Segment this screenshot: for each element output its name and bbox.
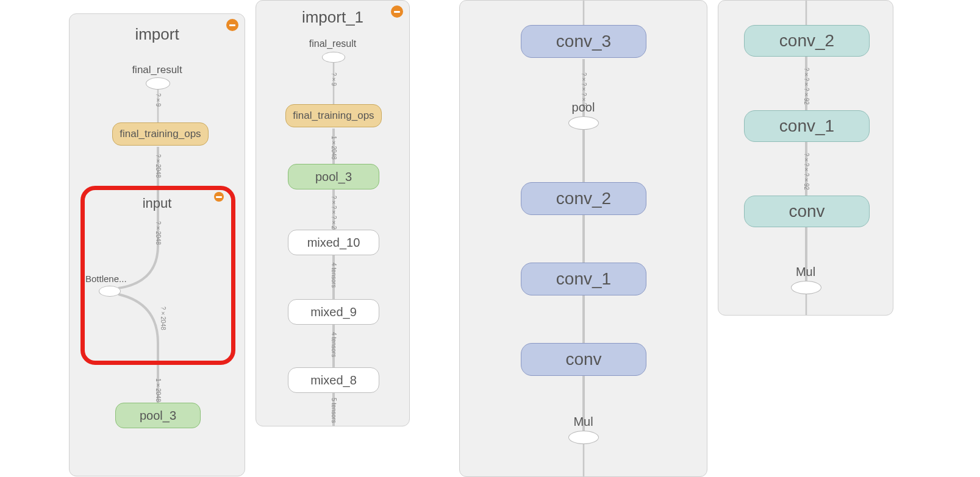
node-conv2[interactable]: conv_2: [744, 25, 870, 57]
node-mixed10[interactable]: mixed_10: [288, 230, 379, 255]
edge-label-2: 1×2048: [331, 136, 337, 160]
node-final-training-ops[interactable]: final_training_ops: [112, 122, 209, 146]
final-result-label: final_result: [256, 38, 409, 49]
final-result-node[interactable]: [322, 52, 345, 63]
node-conv1[interactable]: conv_1: [744, 110, 870, 142]
panel-import[interactable]: import final_result ?×9 final_training_o…: [69, 13, 245, 476]
node-conv1[interactable]: conv_1: [521, 263, 646, 295]
edge-label-3: ?×2048: [155, 221, 162, 245]
mul-node[interactable]: [568, 431, 599, 444]
collapse-icon[interactable]: [214, 192, 224, 202]
node-conv[interactable]: conv: [744, 196, 870, 227]
edge-label-5: 1×2048: [155, 378, 162, 402]
panel-conv-stack-b[interactable]: conv_2 ?×?×?×92 conv_1 ?×?×?×92 conv Mul: [718, 0, 893, 316]
edge-label-1: ?×?×?×92: [803, 68, 810, 105]
node-conv[interactable]: conv: [521, 343, 646, 376]
node-final-training-ops[interactable]: final_training_ops: [285, 104, 382, 127]
edge-label-4: ?×2048: [160, 306, 166, 330]
panel-import-1[interactable]: import_1 final_result ?×9 final_training…: [256, 0, 410, 426]
node-mixed8[interactable]: mixed_8: [288, 367, 379, 393]
node-conv3[interactable]: conv_3: [521, 25, 646, 58]
pool-node[interactable]: [568, 116, 599, 130]
pool-label: pool: [460, 101, 707, 115]
panel-conv-stack-a[interactable]: conv_3 ?×?×?×? pool conv_2 conv_1 conv M…: [459, 0, 707, 477]
node-pool3[interactable]: pool_3: [115, 403, 201, 428]
node-pool3[interactable]: pool_3: [288, 164, 379, 189]
edge-label-2: ?×2048: [155, 154, 162, 178]
diagram-stage: import final_result ?×9 final_training_o…: [0, 0, 980, 477]
edge-label-4: 4 tensors: [331, 263, 337, 288]
mul-node[interactable]: [791, 281, 821, 294]
mul-label: Mul: [718, 265, 893, 279]
edge-label-1: ?×9: [155, 93, 162, 107]
edge-label-2: ?×?×?×92: [803, 153, 810, 190]
edge-label-5: 4 tensors: [331, 332, 337, 357]
mul-label: Mul: [460, 415, 707, 429]
final-result-label: final_result: [70, 64, 245, 76]
edge-label-6: 5 tensors: [331, 398, 337, 423]
node-mixed9[interactable]: mixed_9: [288, 299, 379, 325]
node-conv2[interactable]: conv_2: [521, 182, 646, 215]
bottleneck-node[interactable]: [99, 286, 121, 297]
bottleneck-label: Bottlene...: [85, 274, 127, 284]
final-result-node[interactable]: [146, 77, 170, 90]
edge-label-1: ?×9: [331, 72, 337, 86]
